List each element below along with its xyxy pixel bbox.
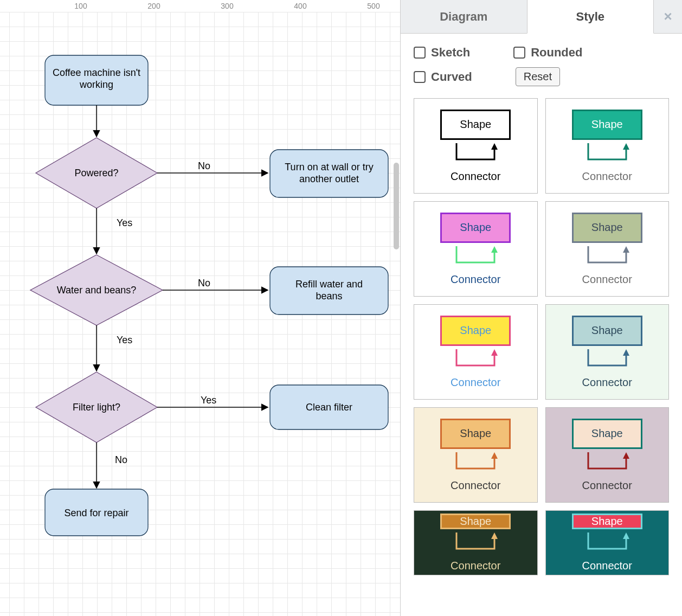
side-panel: Diagram Style × Sketch Rounded [400,0,682,616]
node-filter-label: Filter light? [73,402,120,413]
checkbox-box [414,71,426,83]
swatch-shape-label: Shape [591,221,623,234]
tab-diagram-label: Diagram [440,10,487,24]
checkbox-rounded[interactable]: Rounded [513,46,582,60]
edge-label-yes: Yes [201,395,216,406]
swatch-shape-label: Shape [591,427,623,440]
node-repair[interactable]: Send for repair [45,489,148,536]
swatch-connector-label: Connector [582,479,632,491]
reset-button[interactable]: Reset [516,67,560,86]
swatch-connector-label: Connector [451,376,500,388]
style-swatch[interactable]: Shape Connector [414,98,538,194]
reset-button-label: Reset [524,70,552,82]
edge-label-no: No [198,278,210,288]
node-clean[interactable]: Clean filter [270,385,388,429]
panel-tabs: Diagram Style × [401,0,682,34]
style-swatch[interactable]: Shape Connector [545,510,670,575]
node-refill-line1: Refill water and [295,279,363,290]
swatch-shape-label: Shape [460,427,491,440]
ruler-tick: 500 [367,2,379,10]
checkbox-box [513,47,525,59]
style-swatch[interactable]: Shape Connector [414,304,538,400]
node-refill[interactable]: Refill water and beans [270,267,388,315]
ruler-tick: 200 [147,2,160,10]
close-icon: × [664,8,672,25]
checkbox-sketch[interactable]: Sketch [414,46,470,60]
checkbox-sketch-label: Sketch [431,46,470,60]
swatch-shape-label: Shape [591,118,623,131]
style-swatch[interactable]: Shape Connector [414,407,538,503]
edge-label-yes: Yes [117,217,132,228]
scrollbar-vertical[interactable] [394,163,399,249]
node-repair-label: Send for repair [64,508,128,518]
tab-diagram[interactable]: Diagram [401,0,527,33]
swatch-connector-label: Connector [582,560,632,572]
swatch-connector-label: Connector [582,170,632,182]
style-swatch[interactable]: Shape Connector [545,304,670,400]
swatch-shape-label: Shape [460,515,491,528]
tab-style-label: Style [576,10,604,24]
swatch-connector-label: Connector [451,273,500,285]
swatch-connector-label: Connector [451,479,500,491]
node-outlet[interactable]: Turn on at wall or try another outlet [270,150,388,197]
node-refill-line2: beans [316,291,342,301]
node-outlet-line2: another outlet [299,174,359,184]
checkbox-curved[interactable]: Curved [414,70,472,84]
style-swatch[interactable]: Shape Connector [545,407,670,503]
node-start[interactable]: Coffee machine isn'tworking [45,55,148,105]
swatch-connector-label: Connector [451,560,500,572]
node-outlet-line1: Turn on at wall or try [285,162,373,172]
style-swatch-grid: Shape Connector Shape Conn [414,98,669,575]
swatch-shape-label: Shape [591,324,623,337]
swatch-connector-label: Connector [582,376,632,388]
tab-style[interactable]: Style [527,0,654,34]
edge-label-no: No [198,161,210,171]
swatch-connector-label: Connector [582,273,632,285]
checkbox-curved-label: Curved [431,70,472,84]
checkbox-rounded-label: Rounded [531,46,582,60]
checkbox-box [414,47,426,59]
swatch-shape-label: Shape [460,118,491,131]
swatch-shape-label: Shape [591,515,623,528]
ruler-tick: 400 [294,2,306,10]
style-swatch[interactable]: Shape Connector [545,98,670,194]
canvas-area[interactable]: 100 200 300 400 500 Coffee machine isn't… [0,0,400,616]
swatch-shape-label: Shape [460,221,491,234]
ruler-tick: 100 [74,2,87,10]
node-water-label: Water and beans? [57,285,136,296]
panel-close-button[interactable]: × [654,0,682,33]
ruler-tick: 300 [221,2,233,10]
edge-label-yes: Yes [117,335,132,345]
swatch-connector-label: Connector [451,170,500,182]
style-swatch[interactable]: Shape Connector [414,510,538,575]
swatch-shape-label: Shape [460,324,491,337]
edge-label-no: No [115,454,127,465]
style-swatch[interactable]: Shape Connector [545,201,670,297]
ruler-horizontal: 100 200 300 400 500 [0,0,400,12]
style-swatch[interactable]: Shape Connector [414,201,538,297]
node-powered-label: Powered? [74,168,118,178]
node-clean-label: Clean filter [306,402,352,413]
